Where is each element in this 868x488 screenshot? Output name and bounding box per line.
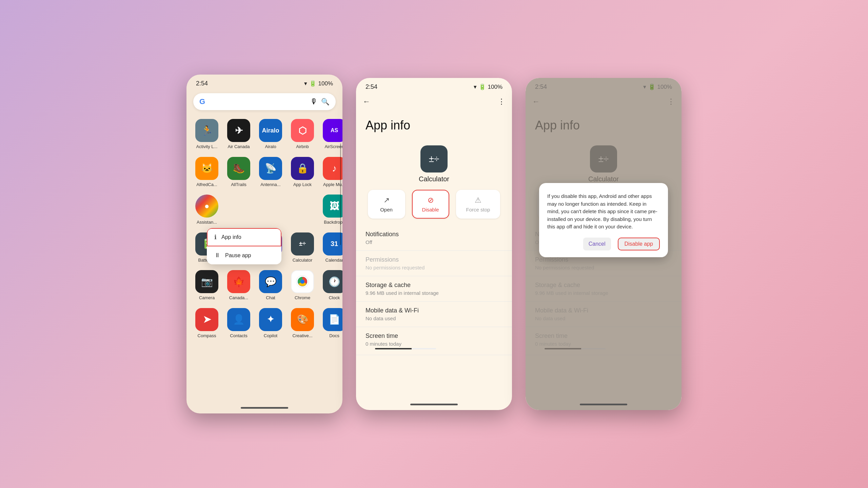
more-button-2[interactable]: ⋮ [498, 97, 505, 106]
app-item-airbnb[interactable]: ⬡ Airbnb [288, 116, 317, 152]
app-item-compass[interactable]: ➤ Compass [192, 305, 222, 341]
app-item-applock[interactable]: 🔒 App Lock [288, 154, 317, 190]
app-item-clock[interactable]: 🕐 Clock [319, 267, 342, 303]
app-grid: 🏃 Activity L... ✈ Air Canada Airalo Aira… [186, 116, 342, 341]
calculator-icon-big-2: ±÷ [420, 145, 448, 172]
info-icon: ℹ [214, 233, 217, 241]
storage-section-2[interactable]: Storage & cache 9.96 MB used in internal… [356, 276, 512, 302]
app-icon-activity: 🏃 [195, 119, 218, 142]
battery-pct-2: 100% [488, 84, 502, 90]
mobile-data-section-2[interactable]: Mobile data & Wi-Fi No data used [356, 302, 512, 327]
home-bar-3 [580, 404, 627, 405]
app-item-airalo[interactable]: Airalo Airalo [256, 116, 285, 152]
screen-time-sub-2: 0 minutes today [366, 341, 502, 347]
app-label-calendar: Calendar [321, 258, 342, 263]
context-menu-app-info[interactable]: ℹ App info [207, 228, 281, 246]
screen-time-section-2[interactable]: Screen time 0 minutes today [356, 327, 512, 355]
app-item-contacts[interactable]: 👤 Contacts [224, 305, 254, 341]
app-label-chrome: Chrome [289, 295, 316, 301]
status-bar-1: 2:54 ▾ 🔋 100% [186, 75, 342, 90]
cancel-button[interactable]: Cancel [583, 238, 611, 250]
search-bar[interactable]: G 🎙 🔍 [193, 93, 336, 110]
disable-icon-2: ⊘ [428, 196, 434, 205]
time-1: 2:54 [196, 80, 208, 87]
app-icon-contacts: 👤 [227, 308, 250, 331]
app-icon-docs: 📄 [323, 308, 342, 331]
app-item-alltrails[interactable]: 🥾 AllTrails [224, 154, 254, 190]
disable-dialog: If you disable this app, Android and oth… [539, 183, 668, 257]
google-logo: G [199, 97, 205, 106]
app-item-assistant[interactable]: ● Assistan... [192, 192, 222, 228]
app-icon-airscreen: AS [323, 119, 342, 142]
home-bar-2 [410, 404, 458, 405]
lens-icon[interactable]: 🔍 [321, 98, 330, 106]
force-stop-button-2[interactable]: ⚠ Force stop [456, 190, 500, 219]
app-item-copilot[interactable]: ✦ Copilot [256, 305, 285, 341]
app-icon-compass: ➤ [195, 308, 218, 331]
app-label-calculator: Calculator [289, 258, 316, 263]
disable-app-button[interactable]: Disable app [618, 238, 660, 250]
battery-icon-2: 🔋 [479, 83, 486, 90]
context-menu-pause[interactable]: ⏸ Pause app [207, 246, 281, 264]
app-icon-clock: 🕐 [323, 270, 342, 293]
app-item-creative[interactable]: 🎨 Creative... [288, 305, 317, 341]
action-buttons-2: ↗ Open ⊘ Disable ⚠ Force stop [363, 190, 505, 219]
notifications-section-2[interactable]: Notifications Off [356, 225, 512, 251]
app-label-camera: Camera [193, 295, 220, 301]
app-item-backdrops[interactable]: 🖼 Backdrops [319, 192, 342, 228]
app-item-chat[interactable]: 💬 Chat [256, 267, 285, 303]
app-item-calendar[interactable]: 31 Calendar [319, 230, 342, 266]
app-icon-backdrops: 🖼 [323, 195, 342, 218]
phone-screen-2: 2:54 ▾ 🔋 100% ← ⋮ App info ±÷ Calculator… [356, 78, 512, 410]
back-button-2[interactable]: ← [363, 97, 370, 106]
app-label-backdrops: Backdrops [321, 220, 342, 225]
app-label-airscreen: AirScreen [321, 144, 342, 149]
permissions-section-2: Permissions No permissions requested [356, 251, 512, 276]
context-app-info-label: App info [221, 234, 241, 240]
app-item-aircanada[interactable]: ✈ Air Canada [224, 116, 254, 152]
app-item-airscreen[interactable]: AS AirScreen [319, 116, 342, 152]
mobile-data-sub-2: No data used [366, 316, 502, 321]
app-icon-assistant: ● [195, 195, 218, 218]
app-icon-airbnb: ⬡ [291, 119, 314, 142]
app-item-chrome[interactable]: Chrome [288, 267, 317, 303]
app-label-copilot: Copilot [257, 333, 284, 339]
disable-button-2[interactable]: ⊘ Disable [412, 190, 449, 219]
force-stop-icon-2: ⚠ [475, 196, 481, 205]
phone-screen-1: 2:54 ▾ 🔋 100% G 🎙 🔍 🏃 Activity L... ✈ Ai… [186, 75, 342, 413]
permissions-sub-2: No permissions requested [366, 265, 502, 270]
app-icon-calculator: ±÷ [291, 232, 314, 256]
app-label-clock: Clock [321, 295, 342, 301]
scrollbar-1 [340, 143, 341, 245]
app-label-docs: Docs [321, 333, 342, 339]
screen2-header: ← ⋮ [356, 93, 512, 110]
app-item-antenna[interactable]: 📡 Antenna... [256, 154, 285, 190]
storage-title-2: Storage & cache [366, 282, 502, 289]
permissions-title-2: Permissions [366, 256, 502, 263]
status-bar-2: 2:54 ▾ 🔋 100% [356, 78, 512, 93]
open-icon-2: ↗ [383, 196, 390, 205]
mic-icon[interactable]: 🎙 [310, 97, 318, 106]
open-button-2[interactable]: ↗ Open [368, 190, 405, 219]
app-item-alfredcam[interactable]: 🐱 AlfredCa... [192, 154, 222, 190]
app-label-chat: Chat [257, 295, 284, 301]
status-icons-1: ▾ 🔋 100% [304, 80, 333, 87]
app-icon-creative: 🎨 [291, 308, 314, 331]
app-label-compass: Compass [193, 333, 220, 339]
app-item-docs[interactable]: 📄 Docs [319, 305, 342, 341]
app-label-canada: Canada... [225, 295, 252, 301]
app-label-alltrails: AllTrails [225, 182, 252, 187]
app-item-activity[interactable]: 🏃 Activity L... [192, 116, 222, 152]
app-icon-airalo: Airalo [259, 119, 282, 142]
pause-icon: ⏸ [214, 252, 220, 259]
time-2: 2:54 [366, 83, 377, 90]
app-name-big-2: Calculator [419, 175, 449, 183]
app-item-canada[interactable]: 🍁 Canada... [224, 267, 254, 303]
app-item-camera[interactable]: 📷 Camera [192, 267, 222, 303]
battery-pct-1: 100% [318, 80, 333, 87]
force-stop-label-2: Force stop [466, 207, 490, 212]
app-icon-canada: 🍁 [227, 270, 250, 293]
storage-sub-2: 9.96 MB used in internal storage [366, 290, 502, 296]
app-item-calculator[interactable]: ±÷ Calculator [288, 230, 317, 266]
app-item-applemusic[interactable]: ♪ Apple Mu... [319, 154, 342, 190]
